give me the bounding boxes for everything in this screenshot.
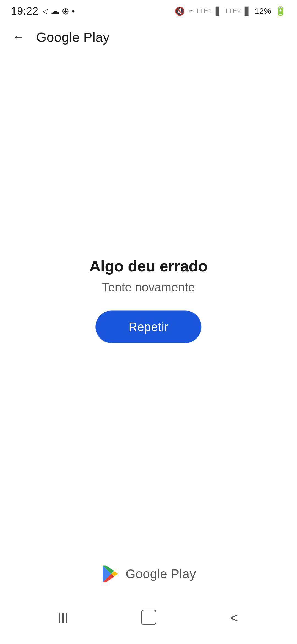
wifi-icon: ≈ — [189, 7, 193, 15]
battery-percentage: 12% — [255, 6, 271, 16]
cloud-icon: ☁ — [51, 6, 59, 16]
dot-icon: ● — [72, 8, 75, 14]
retry-button[interactable]: Repetir — [95, 311, 201, 343]
status-icons: ◁ ☁ ⊕ ● — [42, 6, 75, 17]
back-nav-icon: < — [230, 610, 238, 626]
home-button[interactable] — [138, 607, 159, 629]
status-right: 🔇 ≈ LTE1 ▋ LTE2 ▋ 12% 🔋 — [175, 6, 286, 16]
status-left: 19:22 ◁ ☁ ⊕ ● — [11, 5, 75, 17]
error-section: Algo deu errado Tente novamente Repetir — [89, 257, 207, 343]
error-subtitle: Tente novamente — [102, 280, 195, 294]
signal2-icon: ▋ — [245, 7, 251, 16]
lte2-icon: LTE2 — [226, 7, 241, 15]
navigation-icon: ◁ — [42, 7, 48, 16]
app-bar: ← Google Play — [0, 22, 297, 52]
status-bar: 19:22 ◁ ☁ ⊕ ● 🔇 ≈ LTE1 ▋ LTE2 ▋ 12% 🔋 — [0, 0, 297, 22]
bottom-logo: Google Play — [101, 564, 196, 583]
error-title: Algo deu errado — [89, 257, 207, 275]
whatsapp-icon: ⊕ — [62, 6, 69, 17]
nav-line-2 — [62, 613, 64, 623]
nav-bar: < — [0, 600, 297, 644]
recent-apps-button[interactable] — [56, 610, 70, 626]
back-button[interactable]: ← — [9, 28, 28, 47]
lte1-icon: LTE1 — [197, 7, 212, 15]
back-arrow-icon: ← — [12, 30, 24, 44]
google-play-logo-icon — [101, 564, 120, 583]
app-bar-title: Google Play — [36, 30, 110, 45]
home-icon — [141, 610, 156, 625]
bottom-logo-text: Google Play — [126, 566, 196, 581]
nav-line-3 — [66, 613, 67, 623]
mute-icon: 🔇 — [175, 6, 185, 16]
battery-icon: 🔋 — [275, 6, 286, 16]
back-nav-button[interactable]: < — [227, 607, 241, 629]
status-time: 19:22 — [11, 5, 38, 17]
signal1-icon: ▋ — [216, 7, 222, 16]
nav-line-1 — [59, 613, 60, 623]
